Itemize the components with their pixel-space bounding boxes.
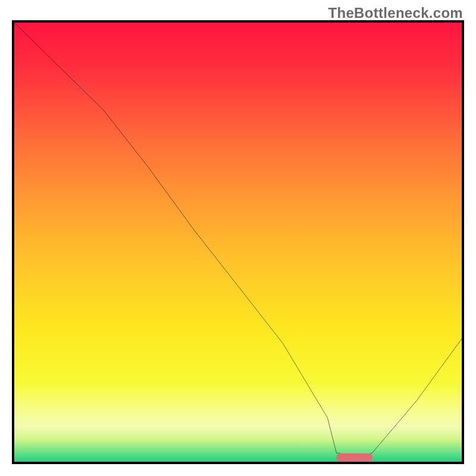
- optimal-range-marker: [336, 453, 372, 462]
- watermark-text: TheBottleneck.com: [328, 5, 463, 21]
- chart-curve: [14, 23, 462, 462]
- chart-plot-area: [14, 23, 462, 462]
- chart-frame: [12, 20, 464, 464]
